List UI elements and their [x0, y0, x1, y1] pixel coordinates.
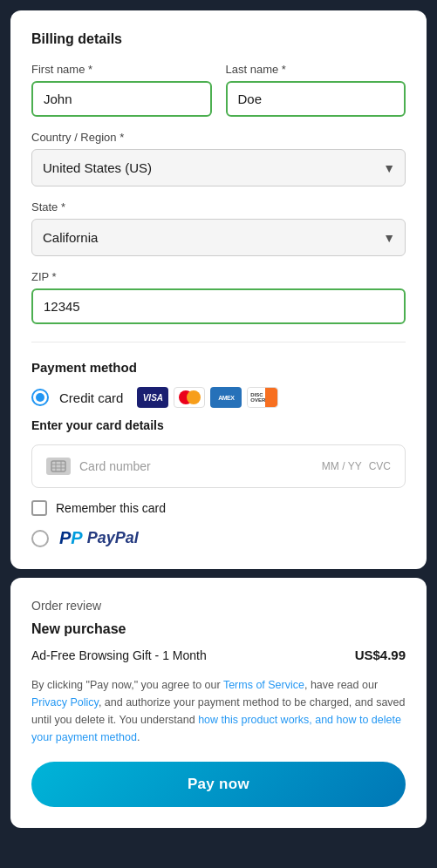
state-select[interactable]: California: [31, 219, 406, 256]
svg-rect-0: [51, 461, 65, 471]
card-number-placeholder: Card number: [79, 459, 151, 473]
visa-icon: VISA: [137, 387, 168, 408]
paypal-p-light: P: [71, 528, 82, 548]
terms-text-1: By clicking "Pay now," you agree to our: [31, 679, 223, 691]
credit-card-label: Credit card: [59, 390, 123, 405]
card-chip-icon: [46, 458, 71, 475]
terms-text: By clicking "Pay now," you agree to our …: [31, 676, 406, 746]
payment-title: Payment method: [31, 360, 406, 375]
terms-text-2: , have read our: [304, 679, 378, 691]
enter-card-text: Enter your card details: [31, 418, 406, 432]
country-select[interactable]: United States (US): [31, 149, 406, 186]
paypal-p-blue: P: [59, 528, 71, 548]
credit-card-option: Credit card VISA AMEX DISCOVER: [31, 387, 406, 408]
card-number-box[interactable]: Card number MM / YY CVC: [31, 444, 406, 488]
first-name-input[interactable]: [31, 81, 212, 117]
paypal-logo: P P PayPal: [59, 528, 139, 548]
state-label: State *: [31, 200, 406, 214]
paypal-option: P P PayPal: [31, 528, 406, 548]
remember-row: Remember this card: [31, 500, 406, 516]
billing-divider: [31, 342, 406, 342]
remember-label: Remember this card: [56, 501, 166, 515]
first-name-label: First name *: [31, 63, 212, 76]
country-select-wrapper: United States (US) ▼: [31, 149, 406, 186]
card-cvc: CVC: [369, 460, 391, 472]
last-name-label: Last name *: [226, 63, 406, 76]
terms-text-4: .: [137, 731, 140, 743]
paypal-radio[interactable]: [31, 530, 49, 547]
pay-now-button[interactable]: Pay now: [31, 762, 406, 807]
card-number-left: Card number: [46, 458, 151, 475]
billing-title: Billing details: [31, 31, 406, 47]
order-item-name: Ad-Free Browsing Gift - 1 Month: [31, 648, 207, 662]
order-review-title: Order review: [31, 599, 406, 613]
name-row: First name * Last name *: [31, 63, 406, 117]
mastercard-icon: [174, 387, 205, 408]
discover-icon: DISCOVER: [247, 387, 278, 408]
terms-of-service-link[interactable]: Terms of Service: [223, 679, 304, 691]
state-group: State * California ▼: [31, 200, 406, 256]
card-icons: VISA AMEX DISCOVER: [137, 387, 278, 408]
first-name-group: First name *: [31, 63, 212, 117]
zip-input[interactable]: [31, 288, 406, 324]
order-item-row: Ad-Free Browsing Gift - 1 Month US$4.99: [31, 648, 406, 662]
page-wrapper: Billing details First name * Last name *…: [10, 10, 427, 828]
order-review-card: Order review New purchase Ad-Free Browsi…: [10, 578, 427, 828]
billing-card: Billing details First name * Last name *…: [10, 10, 427, 569]
country-group: Country / Region * United States (US) ▼: [31, 131, 406, 186]
zip-group: ZIP *: [31, 270, 406, 324]
last-name-group: Last name *: [226, 63, 406, 117]
privacy-policy-link[interactable]: Privacy Policy: [31, 696, 99, 709]
order-item-price: US$4.99: [355, 648, 406, 662]
order-item-title: New purchase: [31, 621, 406, 637]
credit-card-radio[interactable]: [31, 389, 49, 406]
zip-label: ZIP *: [31, 270, 406, 283]
country-label: Country / Region *: [31, 131, 406, 144]
remember-checkbox[interactable]: [31, 500, 47, 516]
card-expiry: MM / YY: [322, 460, 362, 472]
amex-icon: AMEX: [210, 387, 242, 408]
last-name-input[interactable]: [226, 81, 406, 117]
paypal-text: PayPal: [83, 529, 139, 547]
state-select-wrapper: California ▼: [31, 219, 406, 256]
card-expiry-cvc: MM / YY CVC: [322, 460, 391, 472]
